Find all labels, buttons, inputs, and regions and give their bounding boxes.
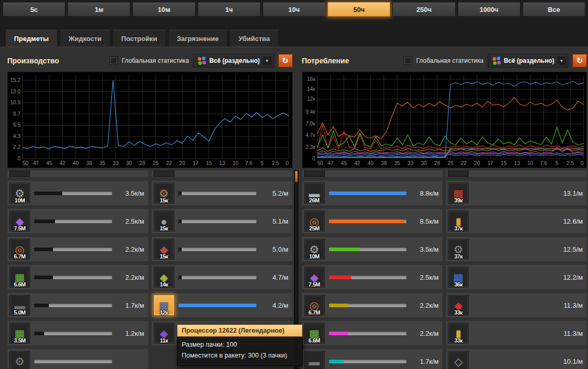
copper-cable-icon[interactable]: ◎6.7M	[304, 295, 325, 316]
stat-row[interactable]: ▦6.6M2.2к/м	[7, 265, 148, 290]
tab-Убийства[interactable]: Убийства	[229, 29, 278, 47]
item-rate: 4.7/м	[261, 274, 289, 281]
stone-icon[interactable]: ●15к	[154, 211, 174, 231]
item-rate: 2.2к/м	[411, 302, 439, 309]
time-button-Все[interactable]: Все	[523, 2, 585, 17]
item-count: 7.5M	[305, 281, 324, 288]
stat-row[interactable]: ⚙	[7, 349, 148, 369]
stat-row[interactable]: ▦6.6M2.2к/м	[302, 321, 443, 346]
stat-bar	[179, 192, 256, 195]
stat-row[interactable]: ▬26M8.8к/м	[302, 181, 443, 206]
stat-row[interactable]: ▦36к12.2/м	[446, 265, 587, 290]
stat-row[interactable]: ▦39к13.1/м	[446, 181, 587, 206]
stat-row[interactable]: ◎6.7M2.2к/м	[302, 293, 443, 318]
scrollbar-thumb[interactable]	[295, 171, 298, 182]
reset-button[interactable]: ↻	[278, 54, 293, 67]
red-item-icon[interactable]: ◆15к	[154, 239, 174, 259]
stat-row[interactable]: ◆7.5M2.5к/м	[302, 265, 443, 290]
stat-row[interactable]: ●15к5.1/м	[152, 209, 293, 234]
gear-assembly-icon[interactable]: ⚙37к	[448, 239, 469, 259]
svg-text:22: 22	[460, 160, 467, 166]
processor-icon[interactable]: ▦36к	[448, 267, 469, 288]
item-rate: 1.7к/м	[116, 302, 144, 309]
processor-icon[interactable]: ▦12к	[154, 295, 174, 316]
dark-plate-icon[interactable]: ▬5.0M	[9, 295, 30, 316]
svg-text:38: 38	[86, 160, 92, 166]
battery-icon[interactable]: ▮37к	[448, 211, 469, 231]
gear-assembly-icon[interactable]: ⚙15к	[154, 183, 174, 203]
stat-row[interactable]: ⚙37к12.5/м	[446, 237, 587, 262]
svg-text:50: 50	[22, 160, 29, 166]
svg-text:9.4к: 9.4к	[305, 109, 315, 115]
tab-Предметы[interactable]: Предметы	[5, 29, 58, 47]
ammo-icon[interactable]: ▮33к	[448, 323, 469, 344]
explosives-icon[interactable]: ◆33к	[448, 295, 469, 316]
advanced-circuit-icon[interactable]: ▦39к	[448, 183, 469, 203]
svg-text:7.6: 7.6	[245, 160, 252, 166]
stat-row[interactable]: ◎25M8.5к/м	[302, 209, 443, 234]
tab-Загрязнение[interactable]: Загрязнение	[168, 29, 228, 47]
item-rate: 3.5к/м	[411, 245, 439, 253]
time-button-250ч[interactable]: 250ч	[392, 2, 455, 17]
electronic-circuit-icon[interactable]: ▦6.6M	[304, 323, 325, 344]
stat-row[interactable]: ⚙15к5.2/м	[152, 181, 293, 206]
stat-bar-fill	[329, 276, 351, 279]
time-button-5с[interactable]: 5с	[3, 2, 65, 17]
item-icon[interactable]: ⚙	[9, 351, 30, 369]
stat-bar	[329, 332, 407, 335]
stat-row[interactable]: ▮33к11.3/м	[446, 321, 587, 346]
global-stats-checkbox[interactable]	[110, 57, 118, 65]
stat-row[interactable]: ◆15к5.0/м	[152, 237, 293, 262]
purple-item-icon[interactable]: ◆7.5M	[304, 267, 325, 288]
tab-Постройки[interactable]: Постройки	[113, 29, 166, 47]
quality-filter-dropdown[interactable]: Всё (раздельно)▼	[193, 54, 274, 67]
stat-row[interactable]: ◆7.5M2.5к/м	[7, 209, 148, 234]
global-stats-label: Глобальная статистика	[122, 57, 189, 64]
iron-gear-icon[interactable]: ⚙10M	[304, 239, 325, 259]
time-button-50ч[interactable]: 50ч	[327, 2, 390, 17]
svg-text:0: 0	[312, 156, 315, 161]
copper-cable-icon[interactable]: ◎6.7M	[9, 239, 30, 259]
item-rate: 13.1/м	[555, 189, 583, 197]
iron-gear-icon[interactable]: ⚙10M	[9, 183, 30, 203]
item-glyph: ▬	[309, 356, 320, 367]
purple-item-icon[interactable]: ◆11к	[154, 323, 174, 344]
global-stats-checkbox[interactable]	[404, 57, 412, 65]
item-icon[interactable]: ◇	[448, 351, 469, 369]
stat-row[interactable]: ▬5.0M1.7к/м	[7, 293, 148, 318]
reset-button[interactable]: ↻	[572, 54, 587, 67]
green-item-icon[interactable]: ◆14к	[154, 267, 174, 288]
time-button-1м[interactable]: 1м	[67, 2, 130, 17]
iron-plate-icon[interactable]: ▬26M	[304, 183, 325, 203]
stat-row[interactable]: ◇10.1/м	[446, 349, 587, 369]
stat-row[interactable]: ⚙10M3.5к/м	[7, 181, 148, 206]
copper-cable-icon[interactable]: ◎25M	[304, 211, 325, 231]
quality-icon	[198, 57, 206, 65]
stat-bar-fill	[34, 220, 55, 223]
stat-row[interactable]: ▮37к12.6/м	[446, 209, 587, 234]
stat-row[interactable]: ▬1.7к/м	[302, 349, 443, 369]
electronic-circuit-icon[interactable]: ▦6.6M	[9, 267, 30, 288]
stat-row[interactable]: ◎6.7M2.2к/м	[7, 237, 148, 262]
purple-item-icon[interactable]: ◆7.5M	[9, 211, 30, 231]
stat-row[interactable]: ◆33к11.3/м	[446, 293, 587, 318]
item-count: 37к	[448, 253, 468, 259]
time-button-1ч[interactable]: 1ч	[198, 2, 261, 17]
item-count: 15к	[154, 253, 174, 259]
svg-text:4.7к: 4.7к	[305, 132, 315, 138]
stat-row[interactable]: ▦12к4.2/м	[152, 293, 293, 318]
stat-row[interactable]: ▦3.5M1.2к/м	[7, 321, 148, 346]
item-rate: 5.2/м	[261, 189, 289, 197]
stat-row[interactable]: ◆14к4.7/м	[152, 265, 293, 290]
time-button-1000ч[interactable]: 1000ч	[458, 2, 521, 17]
electronic-circuit-icon[interactable]: ▦3.5M	[9, 323, 30, 344]
svg-text:42: 42	[354, 160, 360, 166]
quality-filter-dropdown[interactable]: Всё (раздельно)▼	[488, 54, 568, 67]
time-button-10ч[interactable]: 10ч	[263, 2, 325, 17]
stat-bar-fill	[34, 304, 49, 307]
tab-Жидкости[interactable]: Жидкости	[60, 29, 111, 47]
item-count: 10M	[305, 253, 324, 259]
time-button-10м[interactable]: 10м	[132, 2, 195, 17]
stat-row[interactable]: ⚙10M3.5к/м	[302, 237, 443, 262]
dark-plate-icon[interactable]: ▬	[304, 351, 325, 369]
